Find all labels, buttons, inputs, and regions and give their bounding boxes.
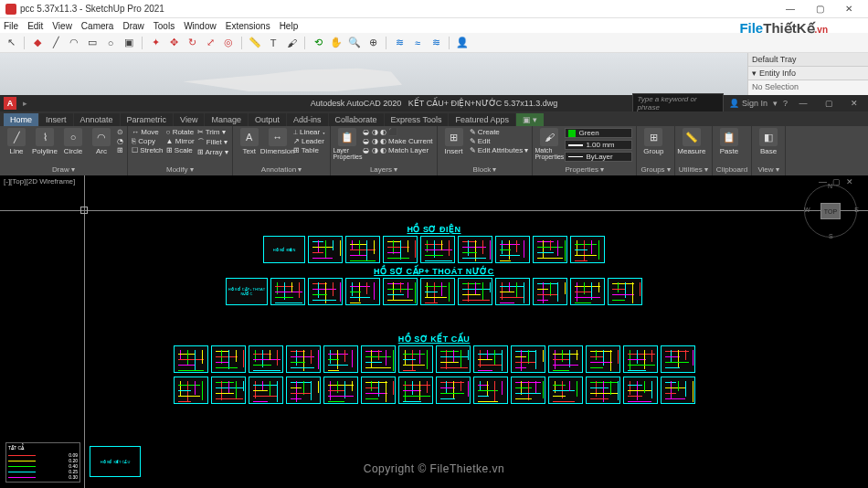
panel-properties-label[interactable]: Properties ▾	[536, 164, 632, 174]
close-button[interactable]: ✕	[835, 1, 863, 17]
tab-collaborate[interactable]: Collaborate	[329, 113, 384, 126]
style1-icon[interactable]: ≋	[392, 36, 407, 50]
tab-manage[interactable]: Manage	[205, 113, 248, 126]
tab-annotate[interactable]: Annotate	[74, 113, 120, 126]
qat-icon[interactable]: ▸	[23, 99, 27, 108]
table-button[interactable]: ⊞ Table	[293, 146, 327, 154]
insert-button[interactable]: ⊞Insert	[441, 128, 467, 155]
offset-icon[interactable]: ◎	[221, 36, 236, 50]
move-button[interactable]: ↔ Move	[132, 128, 164, 136]
menu-draw[interactable]: Draw	[122, 21, 143, 31]
rotate-button[interactable]: ○ Rotate	[166, 128, 195, 136]
menu-tools[interactable]: Tools	[153, 21, 175, 31]
app-menu-icon[interactable]: ▾	[773, 99, 778, 108]
edit-block-button[interactable]: ✎ Edit	[470, 137, 529, 145]
layer-color-select[interactable]: Green	[565, 128, 632, 138]
rect-tool-icon[interactable]: ▭	[85, 36, 100, 50]
base-button[interactable]: ◧Base	[756, 128, 781, 155]
group-button[interactable]: ⊞Group	[640, 128, 666, 155]
fillet-button[interactable]: ⌒ Fillet ▾	[197, 137, 228, 147]
menu-edit[interactable]: Edit	[27, 21, 43, 31]
menu-view[interactable]: View	[52, 21, 72, 31]
create-block-button[interactable]: ✎ Create	[470, 128, 529, 136]
move-icon[interactable]: ✥	[166, 36, 181, 50]
circle-button[interactable]: ○Circle	[60, 128, 86, 155]
tab-home[interactable]: Home	[4, 113, 38, 126]
panel-modify-label[interactable]: Modify ▾	[132, 164, 228, 174]
panel-annotation-label[interactable]: Annotation ▾	[237, 164, 327, 174]
viewport-label[interactable]: [-][Top][2D Wireframe]	[4, 177, 75, 186]
leader-button[interactable]: ↗ Leader	[293, 137, 327, 145]
line-tool-icon[interactable]: ╱	[48, 36, 63, 50]
array-button[interactable]: ⊞ Array ▾	[197, 148, 228, 156]
tab-express[interactable]: Express Tools	[385, 113, 449, 126]
paste-button[interactable]: 📋Paste	[716, 128, 742, 155]
tape-icon[interactable]: 📏	[248, 36, 262, 50]
draw-extra3-icon[interactable]: ⊞	[117, 146, 123, 154]
acad-min-button[interactable]: —	[793, 99, 813, 108]
tab-featured[interactable]: Featured Apps	[449, 113, 515, 126]
measure-button[interactable]: 📏Measure	[679, 128, 704, 155]
acad-close-button[interactable]: ✕	[844, 99, 864, 108]
tab-addins[interactable]: Add-ins	[287, 113, 328, 126]
linear-button[interactable]: ⟂ Linear ▾	[293, 128, 327, 136]
tab-output[interactable]: Output	[249, 113, 286, 126]
edit-attr-button[interactable]: ✎ Edit Attributes ▾	[470, 146, 529, 154]
layer-properties-button[interactable]: 📋Layer Properties	[334, 128, 360, 160]
arc-button[interactable]: ◠Arc	[89, 128, 114, 155]
lineweight-select[interactable]: 1.00 mm	[565, 140, 632, 150]
help-search-input[interactable]: Type a keyword or phrase	[632, 93, 724, 113]
menu-window[interactable]: Window	[184, 21, 217, 31]
copy-button[interactable]: ⎘ Copy	[132, 137, 164, 145]
style2-icon[interactable]: ≈	[410, 36, 425, 50]
trim-button[interactable]: ✂ Trim ▾	[197, 128, 228, 136]
rotate-icon[interactable]: ↻	[185, 36, 199, 50]
maximize-button[interactable]: ▢	[806, 1, 833, 17]
panel-clipboard-label[interactable]: Clipboard	[716, 164, 747, 174]
viewcube-w[interactable]: W	[804, 207, 810, 213]
stretch-button[interactable]: ☐ Stretch	[132, 146, 164, 154]
circle-tool-icon[interactable]: ○	[103, 36, 118, 50]
panel-utilities-label[interactable]: Utilities ▾	[679, 164, 708, 174]
panel-groups-label[interactable]: Groups ▾	[640, 164, 670, 174]
paint2-icon[interactable]: 🖌	[284, 36, 299, 50]
tab-view[interactable]: View	[174, 113, 204, 126]
draw-extra2-icon[interactable]: ◔	[117, 137, 123, 145]
match-layer-button[interactable]: ◒ ◑ ◐ Match Layer	[363, 146, 432, 154]
tab-insert[interactable]: Insert	[39, 113, 73, 126]
scale-icon[interactable]: ⤢	[203, 36, 217, 50]
paint-icon[interactable]: ✦	[148, 36, 163, 50]
dimension-button[interactable]: ↔Dimension	[265, 128, 291, 155]
panel-block-label[interactable]: Block ▾	[441, 164, 529, 174]
draw-extra-icon[interactable]: ⊙	[117, 128, 123, 136]
viewcube-e[interactable]: E	[854, 207, 859, 213]
polyline-button[interactable]: ⌇Polyline	[32, 128, 58, 155]
scale-button[interactable]: ⊞ Scale	[166, 146, 195, 154]
text-icon[interactable]: T	[266, 36, 281, 50]
match-props-button[interactable]: 🖌Match Properties	[536, 128, 562, 160]
panel-layers-label[interactable]: Layers ▾	[334, 164, 432, 174]
tab-parametric[interactable]: Parametric	[121, 113, 174, 126]
help-icon[interactable]: ?	[783, 99, 788, 108]
make-current-button[interactable]: ◒ ◑ ◐ Make Current	[363, 137, 432, 145]
layer-row1[interactable]: ◒ ◑ ◐ ⬛	[363, 128, 432, 136]
signin-button[interactable]: 👤 Sign In	[729, 99, 767, 108]
menu-camera[interactable]: Camera	[81, 21, 114, 31]
bylayer-select[interactable]: ByLayer	[565, 152, 632, 162]
acad-max-button[interactable]: ▢	[819, 99, 839, 108]
viewcube-face[interactable]: TOP	[820, 203, 841, 219]
menu-help[interactable]: Help	[280, 21, 299, 31]
pan-icon[interactable]: ✋	[329, 36, 344, 50]
panel-draw-label[interactable]: Draw ▾	[4, 164, 123, 174]
zoomx-icon[interactable]: ⊕	[365, 36, 380, 50]
text-button[interactable]: AText	[237, 128, 262, 155]
eraser-icon[interactable]: ◆	[30, 36, 45, 50]
orbit-icon[interactable]: ⟲	[311, 36, 325, 50]
acad-viewport[interactable]: [-][Top][2D Wireframe] —▢✕ TOP N S E W H…	[0, 175, 868, 488]
minimize-button[interactable]: —	[777, 1, 804, 17]
select-tool-icon[interactable]: ↖	[4, 36, 18, 50]
line-button[interactable]: ╱Line	[4, 128, 29, 155]
zoom-icon[interactable]: 🔍	[347, 36, 362, 50]
arc-tool-icon[interactable]: ◠	[67, 36, 81, 50]
user-icon[interactable]: 👤	[455, 36, 470, 50]
